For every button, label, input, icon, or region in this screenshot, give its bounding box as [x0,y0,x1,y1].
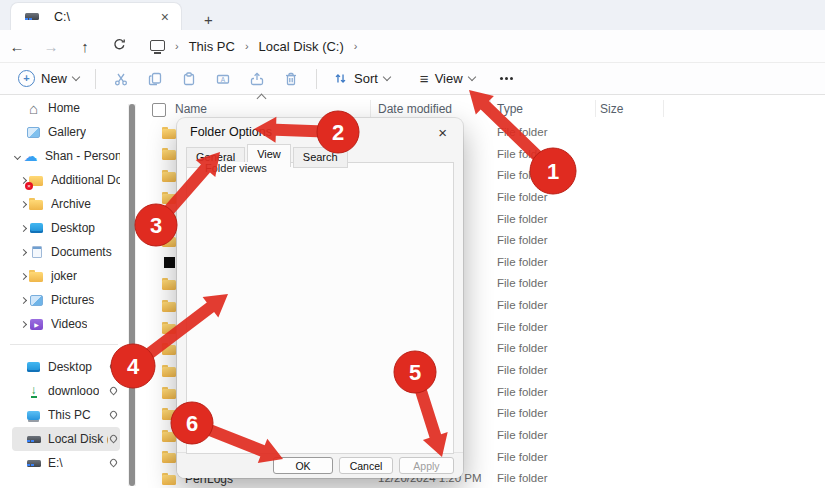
sort-arrows-icon [333,71,348,86]
sidebar-item-label: Additional Docs [51,173,120,187]
forward-icon[interactable]: → [34,38,68,55]
up-icon[interactable]: ↑ [68,38,102,55]
sidebar-item-label: Desktop [51,221,95,235]
scrollbar-thumb[interactable] [129,104,135,486]
sidebar-item[interactable]: Gallery [12,120,120,144]
sidebar-nav-list: Home Gallery Shan - Personal [0,96,128,336]
new-button[interactable]: + New [10,66,87,91]
sidebar-item[interactable]: Documents [12,240,120,264]
pin-icon [108,434,118,444]
sidebar-item-icon [28,220,45,236]
sidebar-item-label: Local Disk (C:) [48,432,108,446]
sidebar-item[interactable]: Home [12,96,120,120]
sidebar-item-label: Pictures [51,293,94,307]
sidebar-item[interactable]: Local Disk (C:) [12,427,120,451]
dialog-close-icon[interactable]: × [434,122,451,143]
command-toolbar: + New A Sort ≡ View [0,62,825,95]
file-type: File folder [497,472,548,484]
sidebar-item[interactable]: Shan - Personal [12,144,120,168]
sidebar-item[interactable]: Additional Docs [12,168,120,192]
chevron-icon[interactable] [18,298,28,303]
delete-icon[interactable] [274,71,308,87]
cancel-button[interactable]: Cancel [339,457,393,474]
sidebar-scrollbar[interactable] [128,104,136,486]
sidebar-item[interactable]: This PC [12,403,120,427]
sidebar-item[interactable]: Archive [12,192,120,216]
back-icon[interactable]: ← [0,38,34,55]
pin-icon [108,386,118,396]
dialog-tab-page [186,162,454,454]
divider [95,69,96,89]
divider [316,69,317,89]
sort-ascending-icon [257,94,267,104]
sidebar-item-icon [28,316,45,332]
share-icon[interactable] [240,71,274,87]
file-type: File folder [497,277,548,289]
more-options-button[interactable] [497,73,516,84]
sidebar-item-icon [25,124,42,140]
more-icon [505,77,508,80]
rename-icon[interactable]: A [206,71,240,87]
sidebar-item[interactable]: Pictures [12,288,120,312]
chevron-right-icon: › [175,40,179,52]
ok-button[interactable]: OK [273,457,333,474]
this-pc-icon[interactable] [150,40,165,53]
paste-icon[interactable] [172,71,206,87]
folder-icon [161,146,178,162]
chevron-icon[interactable] [18,274,28,279]
sidebar-item[interactable]: joker [12,264,120,288]
file-type: File folder [497,213,548,225]
apply-button[interactable]: Apply [399,457,454,474]
sidebar-item-icon [25,455,42,471]
copy-icon[interactable] [138,71,172,87]
explorer-tab[interactable]: C:\ × [10,2,182,30]
folder-icon [161,428,178,444]
new-tab-button[interactable]: + [198,9,219,30]
folder-views-label: Folder views [201,162,271,174]
chevron-icon[interactable] [18,250,28,255]
folder-icon [161,211,178,227]
folder-icon [161,190,178,206]
sidebar-item[interactable]: E:\ [12,451,120,475]
tab-close-icon[interactable]: × [157,9,173,25]
chevron-icon[interactable] [12,154,22,159]
sidebar-item-icon [28,292,45,308]
sidebar-item[interactable]: Videos [12,312,120,336]
cut-icon[interactable] [104,71,138,87]
column-header-type[interactable]: Type [497,102,523,116]
column-header-size[interactable]: Size [600,102,623,116]
sort-button[interactable]: Sort [325,67,398,90]
sidebar-item-icon [25,100,42,116]
file-type: File folder [497,169,548,181]
dialog-tab[interactable]: Search [293,147,348,168]
sidebar-item[interactable]: Desktop [12,216,120,240]
file-type: File folder [497,451,548,463]
breadcrumb-local-disk-c[interactable]: Local Disk (C:) [259,39,344,54]
sidebar-item-icon [25,431,42,447]
address-bar: ← → ↑ › This PC › Local Disk (C:) › [0,30,825,62]
dialog-title: Folder Options [190,125,272,139]
folder-icon [161,406,178,422]
sidebar-item[interactable]: Desktop [12,355,120,379]
column-header-name[interactable]: Name [175,102,207,116]
view-button[interactable]: ≡ View [412,67,483,90]
plus-icon: + [18,70,35,87]
chevron-icon[interactable] [18,322,28,327]
refresh-icon[interactable] [102,37,136,55]
chevron-icon[interactable] [18,226,28,231]
folder-icon [161,298,178,314]
folder-icon [161,233,178,249]
column-header-date-modified[interactable]: Date modified [378,102,452,116]
select-all-checkbox[interactable] [152,103,166,117]
view-list-icon: ≡ [420,72,429,85]
breadcrumb-this-pc[interactable]: This PC [189,39,235,54]
sidebar-item-icon [25,407,42,423]
sidebar-item-icon [22,148,39,164]
sidebar-item[interactable]: downlooo [12,379,120,403]
sidebar-item-label: This PC [48,408,91,422]
folder-icon [161,363,178,379]
sidebar-item-icon [28,196,45,212]
file-type: File folder [497,191,548,203]
chevron-icon[interactable] [18,202,28,207]
file-type: File folder [497,299,548,311]
